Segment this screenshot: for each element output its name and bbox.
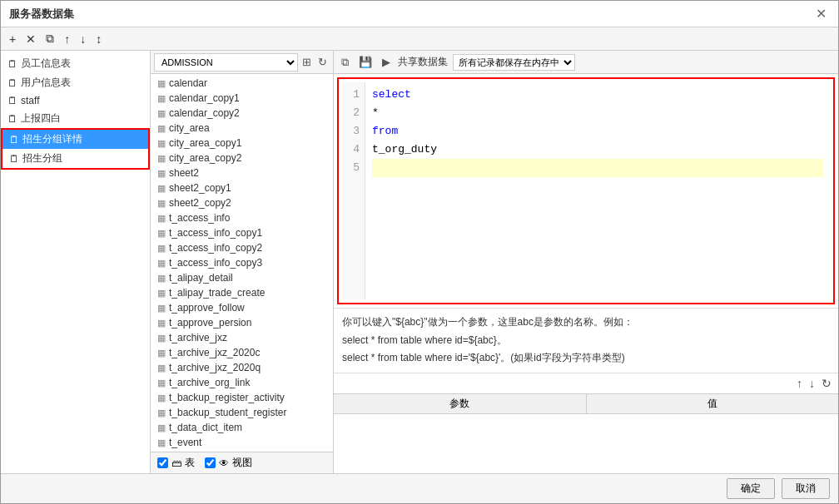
table-row-icon: ▦ xyxy=(157,348,166,358)
table-row-icon: ▦ xyxy=(157,123,166,134)
table-list-item[interactable]: ▦t_archive_org_link xyxy=(151,375,333,390)
left-panel-item[interactable]: 🗒上报四白 xyxy=(1,109,150,128)
code-area[interactable]: select*fromt_org_duty xyxy=(365,82,830,299)
line-number: 5 xyxy=(345,159,360,177)
code-line: t_org_duty xyxy=(372,141,823,159)
table-list-item[interactable]: ▦t_access_info_copy3 xyxy=(151,255,333,270)
table-list-item[interactable]: ▦city_area xyxy=(151,121,333,136)
content-area: 🗒员工信息表🗒用户信息表🗒staff🗒上报四白🗒招生分组详情🗒招生分组 ADMI… xyxy=(1,51,838,473)
save-sql-button[interactable]: 💾 xyxy=(356,55,375,69)
params-body xyxy=(334,414,838,473)
save-select[interactable]: 所有记录都保存在内存中 xyxy=(453,54,575,71)
table-name: city_area xyxy=(169,122,210,134)
table-list-item[interactable]: ▦sheet2 xyxy=(151,166,333,180)
table-name: t_access_info_copy2 xyxy=(169,242,262,254)
params-col-value: 值 xyxy=(587,394,839,413)
table-icon-small: 🗃 xyxy=(171,457,181,469)
table-list-item[interactable]: ▦t_access_info_copy2 xyxy=(151,240,333,255)
right-panel: ⧉ 💾 ▶ 共享数据集 所有记录都保存在内存中 12345 select*fro… xyxy=(334,51,838,473)
move-down-button[interactable]: ↓ xyxy=(77,31,89,47)
table-list-item[interactable]: ▦t_event xyxy=(151,435,333,450)
table-list-item[interactable]: ▦sheet2_copy1 xyxy=(151,180,333,195)
table-row-icon: ▦ xyxy=(157,198,166,209)
table-row-icon: ▦ xyxy=(157,153,166,164)
table-name: calendar_copy1 xyxy=(169,92,240,104)
bottom-bar: 确定 取消 xyxy=(1,473,838,503)
line-number: 1 xyxy=(345,86,360,104)
left-panel-item[interactable]: 🗒招生分组 xyxy=(2,149,148,168)
table-row-icon: ▦ xyxy=(157,228,166,239)
copy-sql-button[interactable]: ⧉ xyxy=(339,55,351,70)
table-icon: 🗒 xyxy=(9,134,19,146)
item-label: 招生分组详情 xyxy=(22,132,82,146)
params-down-button[interactable]: ↓ xyxy=(809,377,815,390)
table-list-item[interactable]: ▦t_archive_jxz_2020q xyxy=(151,360,333,375)
copy-button[interactable]: ⧉ xyxy=(42,30,57,47)
table-name: sheet2_copy1 xyxy=(169,182,231,194)
table-name: city_area_copy2 xyxy=(169,152,241,164)
cancel-button[interactable]: 取消 xyxy=(782,478,830,499)
params-up-button[interactable]: ↑ xyxy=(797,377,802,390)
table-list-item[interactable]: ▦t_archive_jxz_2020c xyxy=(151,345,333,360)
sort-button[interactable]: ↕ xyxy=(92,31,105,47)
filter-view-checkbox[interactable]: 👁 视图 xyxy=(205,456,252,470)
params-refresh-button[interactable]: ↻ xyxy=(822,377,832,390)
table-row-icon: ▦ xyxy=(157,437,166,448)
table-name: t_archive_org_link xyxy=(169,377,250,388)
table-row-icon: ▦ xyxy=(157,213,166,224)
table-list-item[interactable]: ▦t_approve_persion xyxy=(151,315,333,330)
table-icon: 🗒 xyxy=(7,58,17,70)
selection-highlight-box: 🗒招生分组详情🗒招生分组 xyxy=(1,128,150,170)
expand-icon[interactable]: ⊞ xyxy=(300,55,314,69)
filter-table-checkbox[interactable]: 🗃 表 xyxy=(157,456,195,470)
left-panel-item[interactable]: 🗒用户信息表 xyxy=(1,73,150,92)
table-list-item[interactable]: ▦calendar_copy1 xyxy=(151,91,333,106)
table-icon: 🗒 xyxy=(7,77,17,89)
close-button[interactable]: ✕ xyxy=(812,6,830,22)
table-row-icon: ▦ xyxy=(157,168,166,179)
table-list-item[interactable]: ▦city_area_copy1 xyxy=(151,136,333,151)
move-up-button[interactable]: ↑ xyxy=(61,31,73,47)
left-panel-item[interactable]: 🗒staff xyxy=(1,92,150,109)
table-row-icon: ▦ xyxy=(157,243,166,254)
ok-button[interactable]: 确定 xyxy=(727,478,775,499)
table-name: t_backup_student_register xyxy=(169,407,286,418)
table-name: t_access_info_copy1 xyxy=(169,227,262,239)
params-toolbar: ↑ ↓ ↻ xyxy=(334,373,838,393)
table-list-item[interactable]: ▦t_backup_register_activity xyxy=(151,390,333,405)
params-col-name: 参数 xyxy=(334,394,587,413)
table-list-item[interactable]: ▦t_alipay_trade_create xyxy=(151,285,333,300)
table-list-item[interactable]: ▦t_approve_follow xyxy=(151,300,333,315)
table-row-icon: ▦ xyxy=(157,93,166,104)
table-name: t_approve_follow xyxy=(169,302,245,314)
db-select[interactable]: ADMISSION xyxy=(154,53,298,72)
table-list-item[interactable]: ▦city_area_copy2 xyxy=(151,151,333,166)
line-number: 3 xyxy=(345,122,360,141)
add-button[interactable]: + xyxy=(6,31,19,47)
refresh-icon[interactable]: ↻ xyxy=(315,55,330,69)
hint-line1: 你可以键入"${abc}"做为一个参数，这里abc是参数的名称。例如： xyxy=(342,314,830,332)
table-list-item[interactable]: ▦t_backup_student_register xyxy=(151,405,333,420)
table-list-item[interactable]: ▦t_alipay_detail xyxy=(151,270,333,285)
left-panel-item[interactable]: 🗒招生分组详情 xyxy=(2,130,148,149)
sql-editor-container: 12345 select*fromt_org_duty xyxy=(337,77,835,304)
table-icon: 🗒 xyxy=(7,95,17,106)
main-window: 服务器数据集 ✕ + ✕ ⧉ ↑ ↓ ↕ 🗒员工信息表🗒用户信息表🗒staff🗒… xyxy=(0,0,839,504)
hint-line2: select * from table where id=${abc}。 xyxy=(342,332,830,350)
code-line xyxy=(372,159,823,177)
table-list-item[interactable]: ▦t_access_info xyxy=(151,210,333,225)
table-name: t_access_info_copy3 xyxy=(169,257,262,269)
table-list-item[interactable]: ▦calendar xyxy=(151,76,333,91)
line-number: 4 xyxy=(345,141,360,159)
run-sql-button[interactable]: ▶ xyxy=(380,55,393,69)
table-list-item[interactable]: ▦t_archive_jxz xyxy=(151,330,333,345)
delete-button[interactable]: ✕ xyxy=(22,31,39,47)
table-list-item[interactable]: ▦calendar_copy2 xyxy=(151,106,333,121)
table-list-item[interactable]: ▦t_access_info_copy1 xyxy=(151,225,333,240)
left-panel-item[interactable]: 🗒员工信息表 xyxy=(1,54,150,73)
table-row-icon: ▦ xyxy=(157,273,166,284)
table-list-item[interactable]: ▦t_data_dict_item xyxy=(151,420,333,435)
table-name: t_event xyxy=(169,437,201,448)
sql-editor[interactable]: 12345 select*fromt_org_duty xyxy=(339,79,833,303)
table-list-item[interactable]: ▦sheet2_copy2 xyxy=(151,195,333,210)
